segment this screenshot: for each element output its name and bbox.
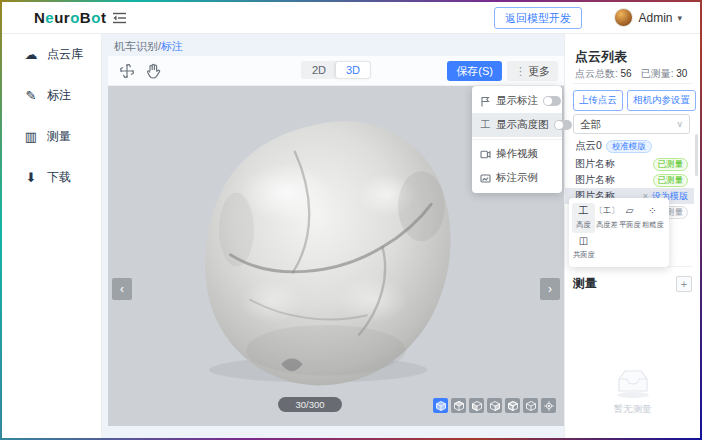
roughness-tool-icon: ⁘ (641, 205, 664, 217)
menu-item-show-annotation[interactable]: 显示标注 (472, 89, 562, 113)
view-cube-back-icon[interactable] (523, 398, 538, 413)
measure-tools-popup: 工 高度 〔工〕 高度差 ▱ 平面度 ⁘ 粗糙度 (569, 198, 669, 267)
sidebar-item-label: 测量 (47, 128, 71, 145)
image-name: 图片名称 (575, 157, 653, 171)
tool-label: 高度差 (596, 220, 617, 230)
menu-item-label: 显示标注 (496, 94, 538, 108)
more-label: 更多 (528, 65, 550, 77)
more-button[interactable]: ⋮更多 (507, 61, 558, 81)
sidebar-fold-icon[interactable] (112, 11, 127, 25)
viewport-card: 2D 3D 保存(S) ⋮更多 显示标注 工 显示高度图 (108, 56, 564, 426)
sidebar-item-measure[interactable]: ▥ 测量 (2, 116, 101, 157)
height-tool-icon: 工 (572, 205, 595, 217)
empty-box-icon (611, 367, 655, 399)
sidebar-item-pointcloud-library[interactable]: ☁ 点云库 (2, 34, 101, 75)
menu-divider (472, 139, 562, 140)
main-area: 机车识别/标注 2D 3D 保存(S) ⋮更多 (102, 34, 700, 438)
tool-coplanarity[interactable]: ◫ 共面度 (572, 233, 595, 263)
measure-icon: ▥ (24, 129, 38, 144)
view-cube-front-icon[interactable] (505, 398, 520, 413)
view-cube-left-icon[interactable] (469, 398, 484, 413)
panel-stats: 点云总数: 56 已测量: 30 (575, 67, 687, 81)
more-dropdown-menu: 显示标注 工 显示高度图 操作视频 (472, 86, 562, 193)
panel-actions: 上传点云 相机内参设置 (573, 90, 696, 111)
top-header: NeuroBot 返回模型开发 Admin ▾ (2, 2, 700, 34)
logo-part: N (34, 9, 45, 26)
stat-label: 已测量: (641, 68, 674, 79)
show-annotation-toggle[interactable] (543, 96, 561, 106)
tool-roughness[interactable]: ⁘ 粗糙度 (641, 203, 664, 233)
tool-flatness[interactable]: ▱ 平面度 (618, 203, 641, 233)
flag-icon (480, 96, 491, 107)
height-diff-tool-icon: 〔工〕 (595, 205, 618, 217)
view-mode-toggle: 2D 3D (301, 61, 371, 79)
back-to-model-dev-button[interactable]: 返回模型开发 (494, 7, 582, 29)
cloud-icon: ☁ (24, 47, 38, 62)
menu-item-show-heightmap[interactable]: 工 显示高度图 (472, 113, 562, 137)
logo-part: B (80, 9, 91, 26)
pagination-indicator: 30/300 (278, 397, 342, 412)
breadcrumb-path[interactable]: 机车识别 (114, 40, 158, 52)
tool-height[interactable]: 工 高度 (572, 203, 595, 233)
logo-part: o (91, 9, 101, 26)
image-name: 图片名称 (575, 173, 653, 187)
view-cube-top-icon[interactable] (451, 398, 466, 413)
save-button[interactable]: 保存(S) (447, 61, 502, 81)
logo-part: e (45, 9, 54, 26)
move-tool-icon[interactable] (118, 62, 136, 80)
tool-label: 粗糙度 (642, 220, 663, 230)
flatness-tool-icon: ▱ (618, 205, 641, 217)
view-orientation-bar (433, 398, 556, 413)
panel-title: 点云列表 (575, 48, 627, 66)
calibration-template-tag: 校准模版 (606, 140, 652, 153)
menu-item-annotation-example[interactable]: 标注示例 (472, 166, 562, 190)
tool-label: 平面度 (619, 220, 640, 230)
image-list-item[interactable]: 图片名称 已测量 (565, 172, 694, 188)
sidebar-item-download[interactable]: ⬇ 下载 (2, 157, 101, 198)
add-measure-button[interactable]: + (676, 276, 692, 292)
pointcloud-list-panel: 点云列表 点云总数: 56 已测量: 30 上传点云 相机内参设置 全部 ∨ 点… (564, 34, 700, 438)
view-3d-button[interactable]: 3D (336, 62, 370, 78)
view-cube-right-icon[interactable] (487, 398, 502, 413)
panel-divider (573, 83, 692, 84)
measured-badge: 已测量 (653, 158, 689, 171)
chevron-down-icon: ▾ (677, 13, 682, 23)
show-heightmap-toggle[interactable] (554, 120, 572, 130)
measure-title: 测量 (573, 275, 597, 292)
menu-item-label: 操作视频 (496, 147, 554, 161)
menu-item-operation-video[interactable]: 操作视频 (472, 142, 562, 166)
screenshot-frame: NeuroBot 返回模型开发 Admin ▾ ☁ 点云库 ✎ 标注 ▥ 测量 … (0, 0, 702, 440)
logo-part: t (101, 9, 107, 26)
pointcloud-group-item[interactable]: 点云0 校准模版 (575, 139, 652, 153)
panel-scrollbar[interactable] (695, 134, 698, 176)
tool-label: 共面度 (573, 250, 594, 260)
next-pointcloud-button[interactable]: › (540, 278, 560, 300)
download-icon: ⬇ (24, 170, 38, 185)
view-2d-button[interactable]: 2D (302, 62, 336, 78)
viewport-toolbar: 2D 3D 保存(S) ⋮更多 (108, 56, 564, 86)
image-list-item[interactable]: 图片名称 已测量 (565, 156, 694, 172)
sidebar-item-annotate[interactable]: ✎ 标注 (2, 75, 101, 116)
more-dots-icon: ⋮ (515, 65, 526, 77)
filter-value: 全部 (580, 118, 601, 130)
camera-params-button[interactable]: 相机内参设置 (627, 90, 696, 111)
empty-text: 暂无测量 (565, 403, 700, 416)
user-name: Admin (638, 11, 672, 25)
view-center-icon[interactable] (541, 398, 556, 413)
pan-hand-tool-icon[interactable] (144, 62, 162, 80)
filter-select[interactable]: 全部 ∨ (573, 114, 690, 134)
app-window: NeuroBot 返回模型开发 Admin ▾ ☁ 点云库 ✎ 标注 ▥ 测量 … (2, 2, 700, 438)
logo-part: ur (54, 9, 70, 26)
user-menu[interactable]: Admin ▾ (614, 8, 682, 27)
chevron-down-icon: ∨ (676, 115, 683, 133)
breadcrumb: 机车识别/标注 (114, 39, 183, 54)
prev-pointcloud-button[interactable]: ‹ (112, 278, 132, 300)
measure-section-header: 测量 + (573, 266, 692, 292)
tool-height-diff[interactable]: 〔工〕 高度差 (595, 203, 618, 233)
stat-measured: 已测量: 30 (641, 67, 688, 81)
empty-state: 暂无测量 (565, 367, 700, 416)
stat-value: 56 (621, 68, 632, 79)
upload-pointcloud-button[interactable]: 上传点云 (573, 90, 623, 111)
menu-item-label: 标注示例 (496, 171, 554, 185)
view-cube-iso-icon[interactable] (433, 398, 448, 413)
